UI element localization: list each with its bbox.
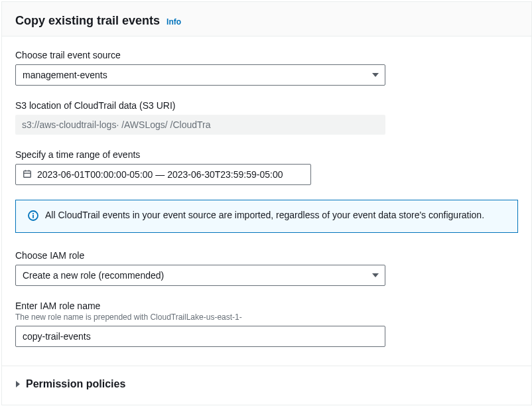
date-range-picker[interactable]: 2023-06-01T00:00:00-05:00 — 2023-06-30T2…	[15, 164, 311, 185]
field-trail-source: Choose trail event source management-eve…	[15, 50, 518, 86]
input-iam-role-name[interactable]	[15, 326, 385, 347]
label-trail-source: Choose trail event source	[15, 50, 518, 60]
info-icon	[28, 210, 38, 223]
svg-rect-0	[24, 171, 31, 177]
field-time-range: Specify a time range of events 2023-06-0…	[15, 149, 518, 185]
svg-rect-6	[33, 213, 34, 214]
svg-rect-5	[33, 215, 34, 218]
label-time-range: Specify a time range of events	[15, 149, 518, 160]
select-iam-role[interactable]: Create a new role (recommended)	[15, 265, 385, 286]
divider	[2, 366, 531, 366]
label-s3-location: S3 location of CloudTrail data (S3 URI)	[15, 100, 518, 111]
panel-body: Choose trail event source management-eve…	[2, 36, 531, 405]
permission-policies-toggle[interactable]: Permission policies	[15, 378, 518, 391]
panel-title: Copy existing trail events	[15, 14, 160, 28]
copy-trail-events-panel: Copy existing trail events Info Choose t…	[1, 1, 532, 405]
label-iam-role: Choose IAM role	[15, 250, 518, 261]
permission-policies-title: Permission policies	[26, 378, 125, 390]
select-iam-role-value: Create a new role (recommended)	[23, 270, 164, 281]
caret-right-icon	[15, 379, 21, 389]
date-range-value: 2023-06-01T00:00:00-05:00 — 2023-06-30T2…	[37, 169, 283, 180]
field-iam-role-name: Enter IAM role name The new role name is…	[15, 301, 518, 347]
hint-iam-role-name: The new role name is prepended with Clou…	[15, 312, 518, 322]
calendar-icon	[23, 169, 32, 180]
select-trail-source-value: management-events	[23, 70, 107, 80]
select-trail-source[interactable]: management-events	[15, 64, 385, 86]
info-alert: All CloudTrail events in your event sour…	[15, 200, 518, 233]
info-alert-text: All CloudTrail events in your event sour…	[45, 210, 484, 220]
field-s3-location: S3 location of CloudTrail data (S3 URI) …	[15, 100, 518, 135]
label-iam-role-name: Enter IAM role name	[15, 301, 518, 311]
panel-header: Copy existing trail events Info	[2, 2, 531, 36]
field-iam-role: Choose IAM role Create a new role (recom…	[15, 250, 518, 286]
s3-location-value: s3://aws-cloudtrail-logs· /AWSLogs/ /Clo…	[15, 115, 385, 135]
info-link[interactable]: Info	[166, 17, 181, 27]
